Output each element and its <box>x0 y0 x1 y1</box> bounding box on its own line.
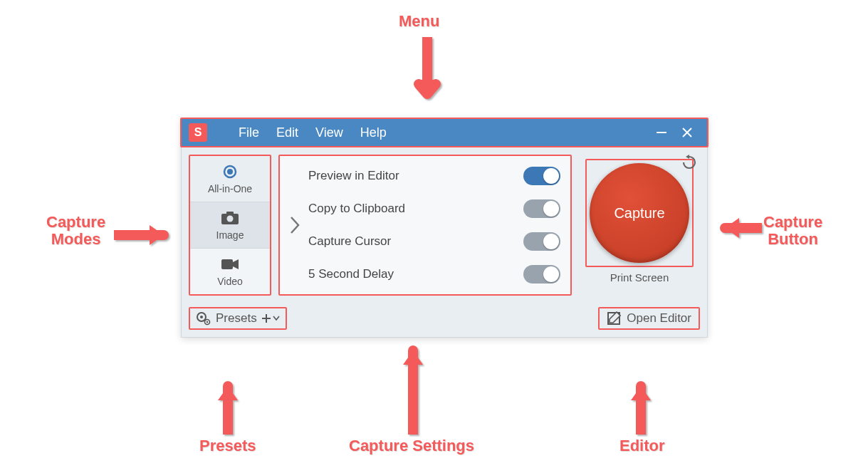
annotation-arrow-left-icon <box>712 214 762 245</box>
footer-row: Presets Open Editor <box>182 303 707 337</box>
close-icon <box>681 126 694 139</box>
presets-label: Presets <box>216 311 257 326</box>
toggle-5-second-delay[interactable] <box>523 265 560 284</box>
setting-preview-in-editor: Preview in Editor <box>308 167 560 185</box>
annotation-arrow-up-icon <box>627 370 655 437</box>
open-editor-label: Open Editor <box>627 311 691 326</box>
reset-button[interactable] <box>681 155 697 173</box>
plus-icon <box>261 313 271 323</box>
mode-image[interactable]: Image <box>190 202 270 248</box>
svg-point-10 <box>200 316 203 318</box>
toggle-capture-cursor[interactable] <box>523 232 560 251</box>
annotation-capture-button: Capture Button <box>763 214 822 248</box>
mode-label: All-in-One <box>208 183 252 194</box>
capture-settings-panel: Preview in Editor Copy to Clipboard Capt… <box>278 155 572 296</box>
minimize-icon <box>655 126 668 139</box>
menu-view[interactable]: View <box>307 125 352 140</box>
setting-copy-to-clipboard: Copy to Clipboard <box>308 199 560 218</box>
annotation-presets: Presets <box>199 437 256 454</box>
capture-hotkey-label: Print Screen <box>610 271 669 284</box>
setting-label: Copy to Clipboard <box>308 202 405 216</box>
capture-modes-panel: All-in-One Image Video <box>189 155 271 296</box>
svg-point-7 <box>227 216 234 222</box>
mode-label: Video <box>217 276 243 287</box>
setting-label: 5 Second Delay <box>308 267 394 281</box>
toggle-copy-to-clipboard[interactable] <box>523 199 560 218</box>
annotation-capture-modes: Capture Modes <box>46 214 105 248</box>
titlebar: S File Edit View Help <box>180 118 708 147</box>
capture-button-panel: Capture Print Screen <box>579 155 700 296</box>
capture-button[interactable]: Capture <box>590 163 689 263</box>
mode-video[interactable]: Video <box>190 248 270 294</box>
app-window: S File Edit View Help All-in-One <box>181 118 708 338</box>
undo-icon <box>681 155 697 170</box>
annotation-arrow-up-icon <box>399 335 427 437</box>
circle-target-icon <box>222 163 238 180</box>
menu-file[interactable]: File <box>230 125 268 140</box>
annotation-menu: Menu <box>399 13 439 30</box>
gear-icon <box>196 311 211 326</box>
edit-square-icon <box>607 311 621 326</box>
capture-button-highlight: Capture <box>585 159 694 267</box>
setting-label: Preview in Editor <box>308 169 399 183</box>
setting-5-second-delay: 5 Second Delay <box>308 265 560 284</box>
chevron-right-icon <box>289 215 300 235</box>
video-camera-icon <box>221 256 239 273</box>
app-logo-icon: S <box>189 123 207 142</box>
mode-label: Image <box>216 229 244 241</box>
setting-capture-cursor: Capture Cursor <box>308 232 560 251</box>
open-editor-button[interactable]: Open Editor <box>598 307 700 330</box>
presets-add-button[interactable] <box>261 313 280 323</box>
camera-icon <box>221 209 239 227</box>
svg-point-4 <box>227 169 233 175</box>
annotation-arrow-down-icon <box>413 37 441 118</box>
menu-edit[interactable]: Edit <box>268 125 307 140</box>
annotation-capture-settings: Capture Settings <box>349 437 474 454</box>
mode-all-in-one[interactable]: All-in-One <box>190 156 270 202</box>
toggle-preview-in-editor[interactable] <box>523 167 560 185</box>
expand-chevron[interactable] <box>286 162 304 289</box>
caret-down-icon <box>273 316 280 321</box>
annotation-editor: Editor <box>619 437 665 454</box>
presets-button[interactable]: Presets <box>189 307 287 330</box>
svg-rect-6 <box>226 212 234 215</box>
menu-help[interactable]: Help <box>352 125 395 140</box>
svg-point-12 <box>206 321 208 323</box>
svg-rect-8 <box>221 259 233 269</box>
close-button[interactable] <box>674 122 700 143</box>
annotation-arrow-up-icon <box>214 370 242 437</box>
setting-label: Capture Cursor <box>308 234 391 249</box>
annotation-arrow-right-icon <box>114 221 182 252</box>
minimize-button[interactable] <box>649 122 674 143</box>
